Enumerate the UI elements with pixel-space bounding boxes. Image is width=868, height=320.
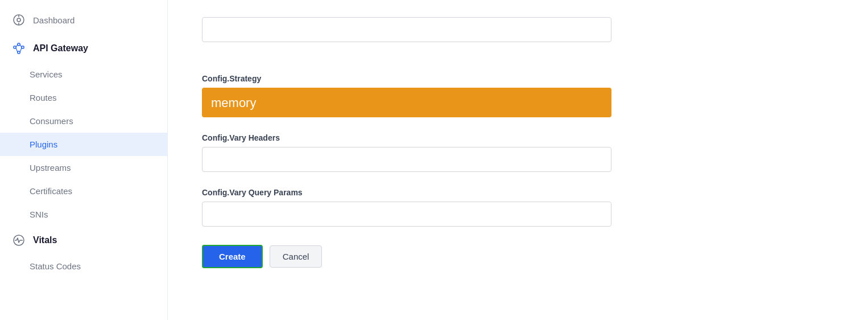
sidebar-item-api-gateway[interactable]: API Gateway <box>0 34 167 63</box>
form-group-above <box>202 17 611 58</box>
sidebar-api-gateway-label: API Gateway <box>33 43 88 54</box>
svg-rect-5 <box>18 43 20 46</box>
sidebar-routes-label: Routes <box>30 93 57 102</box>
svg-line-10 <box>20 44 22 47</box>
svg-line-8 <box>16 44 18 47</box>
sidebar-item-vitals[interactable]: Vitals <box>0 226 167 255</box>
vary-query-params-label: Config.Vary Query Params <box>202 188 611 197</box>
sidebar-certificates-label: Certificates <box>30 186 72 196</box>
config-strategy-select[interactable]: memory cluster redis <box>202 88 611 117</box>
form-group-config-strategy: Config.Strategy memory cluster redis <box>202 74 611 117</box>
config-strategy-label: Config.Strategy <box>202 74 611 83</box>
button-row: Create Cancel <box>202 245 611 268</box>
vary-query-params-input[interactable] <box>202 202 611 227</box>
vary-headers-label: Config.Vary Headers <box>202 133 611 142</box>
sidebar-item-consumers[interactable]: Consumers <box>0 109 167 133</box>
sidebar-plugins-label: Plugins <box>30 140 57 149</box>
api-gateway-icon <box>11 41 26 56</box>
sidebar-consumers-label: Consumers <box>30 116 73 126</box>
svg-line-11 <box>20 48 22 52</box>
sidebar-services-label: Services <box>30 69 63 79</box>
sidebar-item-services[interactable]: Services <box>0 63 167 86</box>
sidebar-item-certificates[interactable]: Certificates <box>0 179 167 203</box>
svg-point-1 <box>17 18 20 22</box>
sidebar-item-upstreams[interactable]: Upstreams <box>0 156 167 179</box>
main-content: Config.Strategy memory cluster redis Con… <box>168 0 868 320</box>
sidebar-item-plugins[interactable]: Plugins <box>0 133 167 156</box>
cancel-button[interactable]: Cancel <box>270 245 323 268</box>
svg-rect-7 <box>22 46 24 48</box>
svg-rect-6 <box>18 51 20 54</box>
sidebar-snis-label: SNIs <box>30 210 48 219</box>
create-button[interactable]: Create <box>202 245 263 268</box>
above-input[interactable] <box>202 17 611 42</box>
sidebar-item-snis[interactable]: SNIs <box>0 203 167 226</box>
svg-line-9 <box>16 48 18 52</box>
sidebar-status-codes-label: Status Codes <box>30 261 81 271</box>
svg-rect-4 <box>14 46 16 48</box>
sidebar-vitals-label: Vitals <box>33 235 57 245</box>
form-group-vary-query-params: Config.Vary Query Params <box>202 188 611 227</box>
sidebar-dashboard-label: Dashboard <box>33 15 75 25</box>
sidebar: Dashboard API Gateway Services Routes Co… <box>0 0 168 320</box>
sidebar-item-routes[interactable]: Routes <box>0 86 167 109</box>
vary-headers-input[interactable] <box>202 147 611 172</box>
form-group-vary-headers: Config.Vary Headers <box>202 133 611 172</box>
dashboard-icon <box>11 13 26 27</box>
sidebar-item-status-codes[interactable]: Status Codes <box>0 255 167 278</box>
sidebar-upstreams-label: Upstreams <box>30 163 71 173</box>
plugin-form: Config.Strategy memory cluster redis Con… <box>202 17 611 268</box>
sidebar-item-dashboard[interactable]: Dashboard <box>0 6 167 34</box>
vitals-icon <box>11 233 26 248</box>
